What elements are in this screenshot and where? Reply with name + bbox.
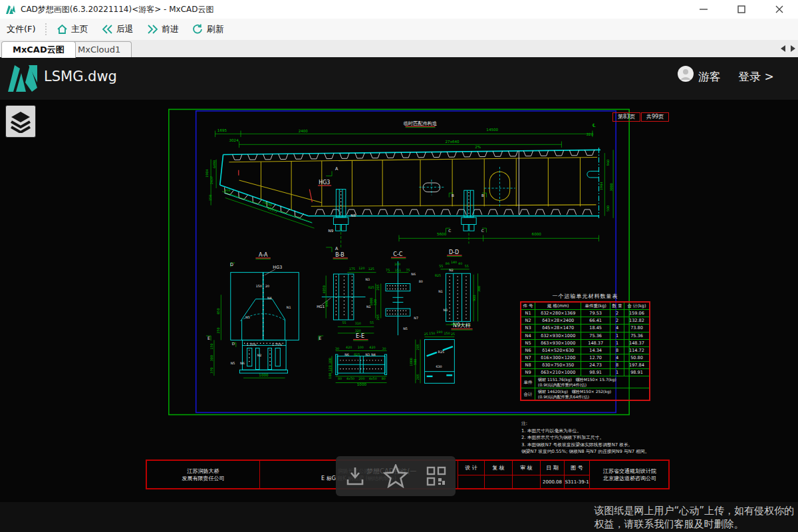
bolt-dot (344, 290, 344, 291)
cad-geometry (275, 348, 280, 366)
bolt-dot (398, 313, 398, 314)
tab-mxcloud1[interactable]: MxCloud1 (66, 41, 132, 58)
bolt-dot (403, 311, 404, 311)
document-header: LSMG.dwg 游客 登录 > (0, 57, 798, 100)
file-menu-label: 文件(F) (7, 23, 36, 35)
bolt-dot (263, 313, 263, 314)
cad-text-label: N8 (350, 213, 356, 217)
cad-text-label: 150 (444, 332, 450, 335)
bolt-dot (352, 368, 352, 369)
table-cell: 4 (610, 354, 624, 361)
table-cell: N8 (521, 362, 535, 369)
bolt-dot (267, 342, 267, 343)
bolt-dot (336, 283, 336, 284)
cad-text-label: 25 (451, 332, 455, 336)
design-cell: 设 计 (458, 461, 484, 488)
download-button[interactable] (344, 465, 366, 487)
minimize-icon (700, 5, 708, 13)
table-cell: 75.36 (581, 332, 610, 339)
bolt-dot (352, 311, 352, 311)
cad-text-label: 201 (451, 323, 457, 326)
close-button[interactable] (760, 0, 798, 19)
bolt-dot (343, 360, 344, 360)
maximize-button[interactable] (723, 0, 761, 19)
bolt-dot (468, 199, 469, 200)
table-header: 合 计(kg) (624, 302, 650, 310)
bolt-dot (406, 289, 406, 289)
bolt-dot (457, 276, 458, 277)
drawing-no-header: 图 号 (565, 461, 589, 475)
table-row: N7δ16×300×120012.70450.80 (521, 354, 650, 361)
bolt-dot (449, 297, 450, 298)
back-button[interactable]: 后退 (95, 19, 140, 40)
bolt-dot (352, 307, 352, 308)
bolt-dot (457, 301, 458, 301)
bolt-dot (449, 307, 450, 308)
cad-geometry (279, 154, 288, 159)
favorite-star-button[interactable] (383, 464, 408, 488)
mxcad-logo (7, 63, 39, 93)
cad-text-label: 1000 (370, 298, 373, 306)
bolt-dot (406, 313, 406, 314)
tab-scroll-right-icon[interactable] (791, 45, 795, 52)
cad-text-label: HG1 (317, 305, 325, 309)
bolt-dot (348, 360, 349, 360)
bolt-dot (269, 361, 270, 362)
cad-text-label: 120 (358, 267, 364, 270)
cad-text-label: 420 (369, 346, 375, 349)
bolt-dot (466, 307, 466, 308)
cad-text-label: 1.35% (246, 343, 257, 346)
qrcode-button[interactable] (425, 465, 448, 487)
cad-text-label: 25 (424, 332, 428, 336)
bolt-dot (336, 315, 336, 315)
cad-text-label: N4 (371, 353, 376, 356)
layers-button[interactable] (5, 105, 36, 138)
file-menu[interactable]: 文件(F) (0, 19, 43, 40)
table-cell: 197.84 (624, 362, 650, 369)
table-cell: 2 (610, 310, 624, 317)
cad-geometry (223, 150, 600, 154)
bolt-dot (269, 342, 270, 343)
title-bar: CAD梦想画图(6.3.20221114)<游客> - MxCAD云图 (0, 0, 798, 19)
avatar[interactable] (677, 65, 694, 82)
cad-geometry (268, 348, 272, 369)
cad-text-label: 630 (436, 365, 442, 368)
bolt-dot (457, 311, 458, 311)
cad-text-label: 175 (349, 267, 355, 271)
bolt-dot (340, 360, 340, 360)
refresh-button[interactable]: 刷新 (186, 19, 231, 40)
table-cell: 98.91 (581, 369, 610, 376)
cad-canvas[interactable]: 临时匹配件构造1695240014500320302427x6402%℄1904… (0, 100, 798, 502)
cad-geometry (248, 154, 257, 160)
bolt-dot (457, 287, 458, 287)
tab-mxcad-cloud[interactable]: MxCAD云图 (1, 41, 76, 58)
cad-text-label: 4050 (323, 285, 326, 293)
home-button[interactable]: 主页 (50, 19, 95, 40)
cad-text-label: 420 (346, 346, 352, 349)
cad-text-label: 75 (386, 269, 390, 272)
bolt-dot (344, 307, 344, 308)
table-cell: N7 (521, 354, 535, 361)
cad-geometry (220, 155, 223, 186)
tab-scroll-left-icon[interactable] (781, 45, 785, 52)
bolt-dot (340, 191, 341, 192)
minimize-button[interactable] (685, 0, 723, 19)
cad-text-label: E (207, 336, 210, 341)
forward-button[interactable]: 前进 (140, 19, 186, 40)
cad-geometry (462, 152, 471, 157)
bolt-dot (457, 283, 458, 284)
bolt-dot (457, 318, 458, 319)
bolt-dot (344, 280, 344, 281)
back-label: 后退 (116, 23, 134, 35)
cad-geometry (567, 209, 576, 215)
bolt-dot (392, 289, 393, 289)
beam-elevation (211, 130, 613, 252)
bolt-dot (468, 213, 469, 213)
bolt-dot (352, 293, 352, 294)
cad-text-label: 140 (451, 261, 457, 264)
app-window: CAD梦想画图(6.3.20221114)<游客> - MxCAD云图 文件(F… (0, 0, 798, 532)
login-link[interactable]: 登录 > (738, 69, 774, 84)
bolt-dot (244, 342, 245, 343)
cad-text-label: 310 (355, 322, 361, 325)
bolt-dot (378, 360, 378, 360)
